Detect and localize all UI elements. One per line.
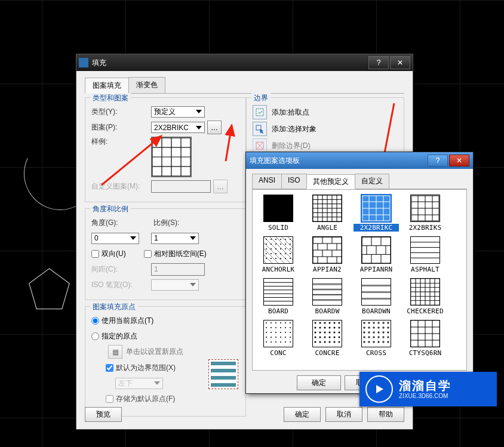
svg-point-213: [275, 341, 276, 343]
svg-point-247: [329, 332, 331, 334]
svg-point-87: [290, 243, 291, 245]
tab-pattern-fill[interactable]: 图案填充: [85, 78, 129, 94]
pattern-swatch: [263, 320, 293, 347]
close-button[interactable]: ✕: [390, 56, 410, 69]
svg-point-251: [334, 327, 336, 329]
rel-paper-checkbox[interactable]: [144, 250, 152, 258]
select-objects-icon[interactable]: [253, 122, 267, 136]
custom-pattern-label: 自定义图案(M):: [91, 181, 151, 192]
group-angle-scale: 角度和比例 角度(G): 比例(S): 0 1 双向(U) 相对图纸空间(E): [85, 208, 246, 300]
pattern-label: BOARDWN: [354, 307, 399, 315]
preview-button[interactable]: 预览: [85, 407, 122, 422]
pattern-swatch: [312, 320, 342, 347]
pattern-item-boardwn[interactable]: BOARDWN: [354, 278, 399, 315]
type-select[interactable]: 预定义: [151, 106, 205, 118]
pattern-item-solid[interactable]: SOLID: [256, 195, 301, 232]
pattern-item-cross[interactable]: CROSS: [354, 320, 399, 357]
pattern-grid[interactable]: SOLIDANGLE2X2BRIKC2X2BRIKSANCHORLKAPPIAN…: [252, 189, 467, 371]
svg-point-255: [339, 322, 340, 324]
svg-point-199: [266, 322, 267, 323]
svg-point-226: [290, 332, 291, 333]
palette-tab-custom[interactable]: 自定义: [355, 174, 389, 189]
angle-select[interactable]: 0: [91, 233, 139, 244]
group-type-pattern: 类型和图案 类型(Y): 预定义 图案(P): 2X2BRIKC … 样例:: [85, 97, 246, 202]
svg-point-200: [266, 327, 267, 328]
hatch-pattern-palette: 填充图案选项板 ? ✕ ANSI ISO 其他预定义 自定义 SOLIDANGL…: [245, 152, 474, 394]
pattern-item-checkered[interactable]: CHECKERED: [402, 278, 448, 315]
sample-swatch[interactable]: [151, 137, 192, 177]
iso-pen-label: ISO 笔宽(O):: [91, 280, 151, 290]
help-button[interactable]: 帮助: [367, 407, 404, 422]
pattern-select[interactable]: 2X2BRIKC: [151, 122, 205, 133]
svg-point-219: [285, 322, 286, 323]
pattern-item-concre[interactable]: CONCRE: [305, 320, 350, 357]
app-icon: [79, 58, 88, 67]
svg-point-214: [280, 322, 281, 323]
svg-point-90: [290, 258, 291, 259]
pattern-item-appianrn[interactable]: APPIANRN: [354, 236, 399, 273]
pattern-label: ASPHALT: [402, 266, 448, 273]
svg-point-203: [266, 341, 267, 343]
svg-point-244: [324, 341, 326, 343]
svg-point-223: [285, 341, 286, 343]
brand-url: ZIXUE.3D66.COM: [399, 393, 491, 400]
pattern-swatch: [410, 320, 440, 347]
pattern-label: CHECKERED: [402, 307, 448, 315]
svg-point-75: [275, 258, 276, 259]
svg-point-74: [275, 253, 276, 254]
pattern-swatch: [312, 278, 342, 306]
svg-point-68: [271, 248, 272, 249]
pattern-item-angle[interactable]: ANGLE: [305, 195, 350, 232]
svg-point-76: [280, 239, 281, 240]
svg-rect-260: [362, 320, 391, 347]
group-title: 边界: [251, 93, 271, 103]
tab-gradient[interactable]: 渐变色: [128, 77, 165, 93]
pattern-item-appian2[interactable]: APPIAN2: [305, 236, 350, 273]
svg-point-233: [315, 337, 316, 338]
pattern-item-2x2brikc[interactable]: 2X2BRIKC: [354, 195, 399, 232]
pattern-label: 2X2BRIKC: [354, 224, 399, 232]
palette-close-button[interactable]: ✕: [449, 155, 469, 167]
custom-pattern-browse: …: [213, 180, 228, 193]
pattern-item-anchorlk[interactable]: ANCHORLK: [256, 236, 301, 273]
origin-store-default-checkbox[interactable]: [106, 395, 113, 403]
svg-point-257: [339, 332, 340, 334]
origin-preview: [208, 359, 238, 389]
select-objects-label[interactable]: 添加:选择对象: [272, 123, 316, 135]
pattern-item-ctysq6rn[interactable]: CTYSQ6RN: [402, 320, 448, 357]
svg-point-220: [285, 327, 286, 328]
svg-point-256: [339, 327, 340, 329]
ok-button[interactable]: 确定: [284, 407, 321, 422]
dialog-title: 填充: [92, 58, 367, 68]
pick-points-label[interactable]: 添加:拾取点: [272, 106, 309, 118]
pattern-item-2x2briks[interactable]: 2X2BRIKS: [402, 195, 448, 232]
pattern-item-boardw[interactable]: BOARDW: [305, 278, 350, 315]
pick-points-icon[interactable]: [253, 105, 267, 119]
svg-point-71: [275, 239, 276, 240]
pattern-item-board[interactable]: BOARD: [256, 278, 301, 315]
main-tabs: 图案填充 渐变色: [85, 77, 404, 94]
origin-use-current-radio[interactable]: [91, 317, 99, 325]
pattern-swatch: [410, 278, 440, 306]
svg-point-246: [329, 327, 331, 329]
sketch-polygon: [27, 266, 72, 313]
pattern-item-conc[interactable]: CONC: [256, 320, 301, 357]
svg-rect-145: [313, 279, 342, 305]
palette-tab-iso[interactable]: ISO: [281, 174, 307, 189]
palette-tab-other[interactable]: 其他预定义: [306, 174, 355, 189]
palette-help-button[interactable]: ?: [428, 155, 448, 167]
pattern-label: APPIANRN: [354, 266, 399, 273]
origin-specified-radio[interactable]: [91, 332, 99, 340]
cancel-button[interactable]: 取消: [325, 407, 362, 422]
svg-point-242: [324, 332, 326, 334]
pattern-item-asphalt[interactable]: ASPHALT: [402, 236, 448, 273]
origin-default-boundary-checkbox[interactable]: [106, 364, 113, 372]
help-button-titlebar[interactable]: ?: [368, 56, 389, 69]
bidirectional-checkbox[interactable]: [91, 250, 99, 258]
pattern-swatch: [410, 195, 440, 222]
palette-ok-button[interactable]: 确定: [297, 375, 341, 390]
pattern-browse-button[interactable]: …: [207, 121, 222, 134]
palette-tab-ansi[interactable]: ANSI: [252, 174, 282, 189]
svg-point-212: [275, 337, 276, 338]
scale-select[interactable]: 1: [151, 233, 199, 244]
